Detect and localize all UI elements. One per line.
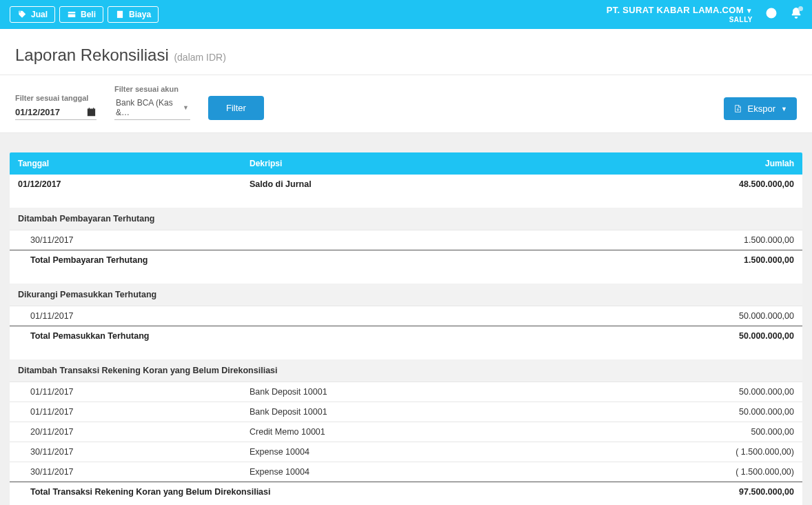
- cell-amount: 50.000.000,00: [645, 311, 797, 321]
- section3-title: Ditambah Transaksi Rekening Koran yang B…: [10, 359, 802, 382]
- total-label: Total Transaksi Rekening Koran yang Belu…: [15, 487, 645, 497]
- cell-date: 01/11/2017: [15, 311, 250, 321]
- cell-desc: Expense 10004: [250, 467, 645, 477]
- account-value: Bank BCA (Kas &…: [116, 98, 183, 117]
- biaya-label: Biaya: [129, 10, 151, 19]
- company-switcher[interactable]: PT. SURAT KABAR LAMA.COM ▼ SALLY: [607, 6, 753, 23]
- page-title: Laporan Rekonsiliasi: [15, 46, 169, 65]
- receipt-icon: [115, 10, 125, 19]
- col-date: Tanggal: [15, 159, 250, 168]
- cell-date: 01/11/2017: [15, 407, 250, 417]
- cell-amount: ( 1.500.000,00): [645, 447, 797, 457]
- filter-left: Filter sesuai tanggal 01/12/2017 Filter …: [15, 85, 264, 120]
- section2-title: Dikurangi Pemasukkan Terhutang: [10, 284, 802, 306]
- calendar-icon: [86, 107, 97, 117]
- history-button[interactable]: [765, 7, 778, 21]
- notifications-button[interactable]: [790, 7, 802, 21]
- col-amount: Jumlah: [645, 159, 797, 168]
- date-input[interactable]: 01/12/2017: [15, 105, 97, 120]
- jual-label: Jual: [31, 10, 48, 19]
- cell-date: 01/11/2017: [15, 387, 250, 397]
- cell-desc: Saldo di Jurnal: [250, 179, 645, 189]
- table-row: 30/11/2017 Expense 10004 ( 1.500.000,00): [10, 462, 802, 482]
- report-body: Tanggal Dekripsi Jumlah 01/12/2017 Saldo…: [0, 133, 812, 505]
- company-name: PT. SURAT KABAR LAMA.COM: [607, 6, 744, 15]
- export-icon: [733, 104, 742, 113]
- export-label: Ekspor: [748, 103, 775, 114]
- report-table: Tanggal Dekripsi Jumlah 01/12/2017 Saldo…: [10, 152, 802, 505]
- table-row: 30/11/2017 Expense 10004 ( 1.500.000,00): [10, 442, 802, 462]
- page-subtitle: (dalam IDR): [174, 52, 225, 63]
- total-label: Total Pembayaran Terhutang: [15, 255, 645, 265]
- filter-row: Filter sesuai tanggal 01/12/2017 Filter …: [0, 75, 812, 133]
- tag-icon: [17, 10, 27, 19]
- table-row: 30/11/2017 1.500.000,00: [10, 230, 802, 250]
- card-icon: [67, 10, 77, 19]
- cell-date: 30/11/2017: [15, 467, 250, 477]
- table-row: 01/11/2017 Bank Deposit 10001 50.000.000…: [10, 402, 802, 422]
- col-desc: Dekripsi: [250, 159, 645, 168]
- cell-date: 30/11/2017: [15, 235, 250, 245]
- filter-account-label: Filter sesuai akun: [114, 85, 190, 93]
- balance-row: 01/12/2017 Saldo di Jurnal 48.500.000,00: [10, 175, 802, 194]
- table-header: Tanggal Dekripsi Jumlah: [10, 152, 802, 175]
- date-value: 01/12/2017: [15, 107, 60, 117]
- caret-down-icon: ▼: [781, 106, 787, 112]
- section1-total: Total Pembayaran Terhutang 1.500.000,00: [10, 250, 802, 270]
- cell-desc: Bank Deposit 10001: [250, 387, 645, 397]
- caret-down-icon: ▼: [183, 104, 189, 111]
- table-row: 01/11/2017 50.000.000,00: [10, 306, 802, 326]
- total-amount: 97.500.000,00: [645, 487, 797, 497]
- cell-desc: [250, 235, 645, 245]
- cell-date: 01/12/2017: [15, 179, 250, 189]
- topbar: Jual Beli Biaya PT. SURAT KABAR LAMA.COM…: [0, 0, 812, 29]
- table-row: 01/11/2017 Bank Deposit 10001 50.000.000…: [10, 382, 802, 402]
- cell-desc: Credit Memo 10001: [250, 427, 645, 437]
- section1-title: Ditambah Pembayaran Terhutang: [10, 208, 802, 230]
- section3-total: Total Transaksi Rekening Koran yang Belu…: [10, 482, 802, 502]
- cell-desc: Bank Deposit 10001: [250, 407, 645, 417]
- topbar-right: PT. SURAT KABAR LAMA.COM ▼ SALLY: [607, 6, 802, 23]
- cell-amount: 50.000.000,00: [645, 387, 797, 397]
- total-amount: 50.000.000,00: [645, 331, 797, 341]
- cell-amount: 500.000,00: [645, 427, 797, 437]
- filter-account-group: Filter sesuai akun Bank BCA (Kas &… ▼: [114, 85, 190, 120]
- export-button[interactable]: Ekspor ▼: [724, 97, 797, 120]
- title-row: Laporan Rekonsiliasi (dalam IDR): [0, 29, 812, 75]
- cell-amount: 50.000.000,00: [645, 407, 797, 417]
- cell-date: 20/11/2017: [15, 427, 250, 437]
- cell-amount: 48.500.000,00: [645, 179, 797, 189]
- biaya-button[interactable]: Biaya: [108, 6, 159, 23]
- cell-amount: ( 1.500.000,00): [645, 467, 797, 477]
- user-name: SALLY: [607, 16, 753, 23]
- cell-date: 30/11/2017: [15, 447, 250, 457]
- cell-desc: Expense 10004: [250, 447, 645, 457]
- total-amount: 1.500.000,00: [645, 255, 797, 265]
- filter-button[interactable]: Filter: [208, 96, 264, 120]
- jual-button[interactable]: Jual: [10, 6, 55, 23]
- table-row: 20/11/2017 Credit Memo 10001 500.000,00: [10, 422, 802, 442]
- cell-desc: [250, 311, 645, 321]
- beli-button[interactable]: Beli: [59, 6, 103, 23]
- section2-total: Total Pemasukkan Terhutang 50.000.000,00: [10, 326, 802, 346]
- caret-down-icon: ▼: [746, 7, 753, 14]
- beli-label: Beli: [81, 10, 96, 19]
- clock-icon: [765, 7, 778, 19]
- topbar-actions: Jual Beli Biaya: [10, 6, 159, 23]
- cell-amount: 1.500.000,00: [645, 235, 797, 245]
- filter-date-group: Filter sesuai tanggal 01/12/2017: [15, 94, 97, 120]
- filter-date-label: Filter sesuai tanggal: [15, 94, 97, 102]
- total-label: Total Pemasukkan Terhutang: [15, 331, 645, 341]
- account-select[interactable]: Bank BCA (Kas &… ▼: [114, 96, 190, 120]
